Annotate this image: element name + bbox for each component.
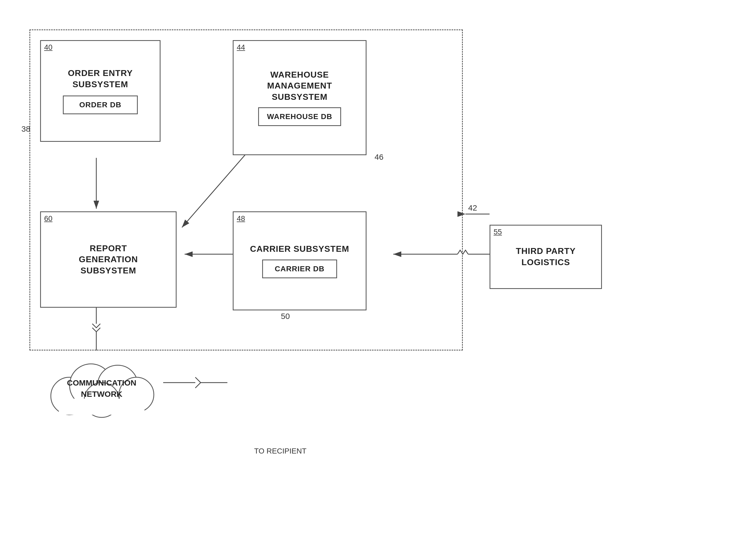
to-recipient-label: TO RECIPIENT [254,447,307,455]
order-db-box: ORDER DB [63,96,138,114]
ref-42: 42 [468,203,477,213]
ref-50: 50 [281,312,290,321]
cloud-container: COMMUNICATION NETWORK [38,351,166,421]
report-gen-box: 60 REPORTGENERATIONSUBSYSTEM [40,212,177,308]
carrier-db-label: CARRIER DB [275,265,325,273]
warehouse-label: WAREHOUSEMANAGEMENTSUBSYSTEM [267,69,332,103]
warehouse-mgmt-box: 44 WAREHOUSEMANAGEMENTSUBSYSTEM WAREHOUS… [233,40,366,155]
warehouse-db-label: WAREHOUSE DB [267,113,332,121]
report-gen-label: REPORTGENERATIONSUBSYSTEM [79,243,138,276]
order-entry-box: 40 ORDER ENTRYSUBSYSTEM ORDER DB [40,40,161,142]
third-party-box: 55 THIRD PARTYLOGISTICS [490,225,602,289]
svg-rect-18 [59,399,144,415]
report-gen-ref: 60 [44,214,53,223]
warehouse-db-box: WAREHOUSE DB [258,107,341,126]
carrier-db-box: CARRIER DB [262,260,337,278]
carrier-box: 48 CARRIER SUBSYSTEM CARRIER DB [233,212,366,311]
third-party-label: THIRD PARTYLOGISTICS [516,246,576,268]
warehouse-ref: 44 [237,43,245,52]
diagram-container: 38 42 40 ORDER ENTRYSUBSYSTEM ORDER DB 4… [13,13,736,548]
carrier-label: CARRIER SUBSYSTEM [250,243,349,255]
third-party-ref: 55 [493,228,502,236]
order-entry-ref: 40 [44,43,53,52]
network-label: COMMUNICATION NETWORK [67,378,136,398]
order-entry-label: ORDER ENTRYSUBSYSTEM [68,68,133,90]
ref-46: 46 [374,153,383,162]
ref-38: 38 [21,124,30,134]
order-db-label: ORDER DB [79,101,121,109]
carrier-ref: 48 [237,214,245,223]
